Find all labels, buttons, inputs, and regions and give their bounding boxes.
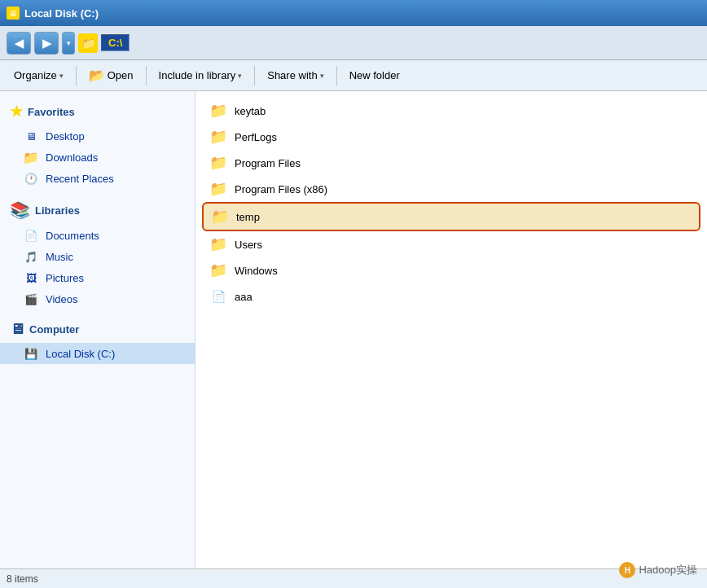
file-item-program-files[interactable]: 📁 Program Files bbox=[202, 150, 700, 176]
sidebar-item-videos[interactable]: 🎬 Videos bbox=[0, 288, 195, 309]
main-area: ★ Favorites 🖥 Desktop 📁 Downloads 🕐 Rece… bbox=[0, 91, 707, 568]
watermark-icon: H bbox=[619, 562, 635, 578]
file-icon-aaa: 📄 bbox=[209, 288, 228, 305]
toolbar-separator-3 bbox=[254, 66, 255, 86]
file-item-perflogs[interactable]: 📁 PerfLogs bbox=[202, 124, 700, 150]
computer-icon: 🖥 bbox=[10, 321, 24, 338]
open-icon: 📂 bbox=[89, 68, 105, 83]
favorites-star-icon: ★ bbox=[10, 103, 23, 121]
folder-icon-windows: 📁 bbox=[209, 262, 228, 279]
share-with-button[interactable]: Share with ▾ bbox=[260, 65, 331, 86]
include-dropdown-arrow: ▾ bbox=[238, 72, 242, 80]
organize-button[interactable]: Organize ▾ bbox=[7, 65, 71, 86]
address-folder-icon: 📁 bbox=[78, 33, 98, 53]
downloads-icon: 📁 bbox=[23, 151, 39, 164]
back-button[interactable]: ◀ bbox=[7, 32, 31, 55]
file-item-aaa[interactable]: 📄 aaa bbox=[202, 283, 700, 309]
libraries-icon: 📚 bbox=[10, 200, 30, 220]
address-bar: ◀ ▶ ▾ 📁 C:\ bbox=[0, 26, 707, 60]
watermark: H Hadoop实操 bbox=[619, 562, 697, 578]
toolbar-separator-4 bbox=[336, 66, 337, 86]
title-bar-title: Local Disk (C:) bbox=[24, 7, 99, 20]
folder-icon-perflogs: 📁 bbox=[209, 129, 228, 145]
folder-icon-keytab: 📁 bbox=[209, 103, 228, 119]
address-input[interactable]: C:\ bbox=[101, 34, 130, 51]
sidebar-item-music[interactable]: 🎵 Music bbox=[0, 246, 195, 267]
pictures-icon: 🖼 bbox=[23, 271, 39, 284]
folder-icon-users: 📁 bbox=[209, 236, 228, 252]
watermark-text: Hadoop实操 bbox=[639, 563, 697, 577]
sidebar-favorites-header[interactable]: ★ Favorites bbox=[0, 98, 195, 125]
sidebar-divider-2 bbox=[0, 309, 195, 316]
sidebar-divider-1 bbox=[0, 189, 195, 195]
sidebar-item-documents[interactable]: 📄 Documents bbox=[0, 225, 195, 246]
organize-dropdown-arrow: ▾ bbox=[59, 72, 64, 80]
sidebar-item-desktop[interactable]: 🖥 Desktop bbox=[0, 125, 195, 147]
recent-places-icon: 🕐 bbox=[23, 172, 39, 185]
file-list: 📁 keytab 📁 PerfLogs 📁 Program Files 📁 Pr… bbox=[195, 91, 707, 568]
sidebar-item-downloads[interactable]: 📁 Downloads bbox=[0, 147, 195, 168]
toolbar-separator-1 bbox=[76, 66, 77, 86]
status-text: 8 items bbox=[7, 573, 38, 585]
nav-dropdown[interactable]: ▾ bbox=[62, 32, 75, 55]
status-bar: 8 items bbox=[0, 568, 707, 588]
sidebar-computer-header[interactable]: 🖥 Computer bbox=[0, 316, 195, 343]
desktop-icon: 🖥 bbox=[23, 129, 39, 143]
sidebar-item-pictures[interactable]: 🖼 Pictures bbox=[0, 267, 195, 288]
forward-button[interactable]: ▶ bbox=[34, 32, 59, 55]
file-item-windows[interactable]: 📁 Windows bbox=[202, 257, 700, 283]
sidebar-item-local-disk[interactable]: 💾 Local Disk (C:) bbox=[0, 343, 195, 364]
sidebar: ★ Favorites 🖥 Desktop 📁 Downloads 🕐 Rece… bbox=[0, 91, 195, 568]
music-icon: 🎵 bbox=[23, 250, 39, 263]
share-dropdown-arrow: ▾ bbox=[320, 72, 324, 80]
folder-icon-program-files: 📁 bbox=[209, 155, 228, 171]
file-item-keytab[interactable]: 📁 keytab bbox=[202, 98, 700, 124]
sidebar-item-recent-places[interactable]: 🕐 Recent Places bbox=[0, 168, 195, 189]
local-disk-icon: 💾 bbox=[23, 347, 39, 360]
sidebar-libraries-header[interactable]: 📚 Libraries bbox=[0, 195, 195, 225]
file-item-program-files-x86[interactable]: 📁 Program Files (x86) bbox=[202, 176, 700, 202]
folder-icon-program-files-x86: 📁 bbox=[209, 181, 228, 197]
open-button[interactable]: 📂 Open bbox=[81, 64, 141, 87]
toolbar-separator-2 bbox=[146, 66, 147, 86]
file-item-users[interactable]: 📁 Users bbox=[202, 231, 700, 257]
title-bar: 🖥 Local Disk (C:) bbox=[0, 0, 707, 26]
documents-icon: 📄 bbox=[23, 229, 39, 242]
title-bar-icon: 🖥 bbox=[7, 7, 20, 20]
new-folder-button[interactable]: New folder bbox=[342, 65, 407, 86]
videos-icon: 🎬 bbox=[23, 292, 39, 305]
file-item-temp[interactable]: 📁 temp bbox=[202, 202, 700, 231]
toolbar: Organize ▾ 📂 Open Include in library ▾ S… bbox=[0, 60, 707, 91]
include-in-library-button[interactable]: Include in library ▾ bbox=[152, 65, 250, 86]
folder-icon-temp: 📁 bbox=[210, 208, 230, 225]
